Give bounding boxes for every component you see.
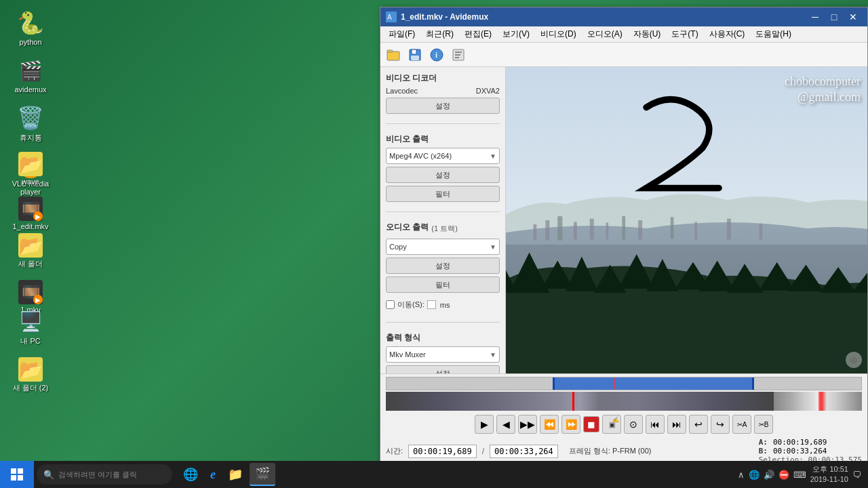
menu-video[interactable]: 비디오(D) bbox=[535, 27, 582, 41]
toolbar: i bbox=[380, 43, 867, 67]
toolbar-info[interactable]: i bbox=[427, 45, 447, 64]
delay-checkbox[interactable] bbox=[386, 300, 395, 309]
clock-time: 오후 10:51 bbox=[810, 464, 848, 474]
cut-b-btn[interactable]: ✂B bbox=[754, 415, 773, 434]
menu-view[interactable]: 보기(V) bbox=[497, 27, 535, 41]
svg-rect-24 bbox=[727, 219, 731, 240]
newfolder2-label: 새 폴더 (2) bbox=[13, 383, 49, 393]
go-to-start-btn[interactable]: ⏮ bbox=[646, 415, 665, 434]
start-button[interactable] bbox=[0, 461, 34, 488]
menu-auto[interactable]: 자동(U) bbox=[628, 27, 667, 41]
properties-icon bbox=[451, 47, 466, 62]
format-dropdown[interactable]: Mkv Muxer ▼ bbox=[386, 346, 500, 363]
svg-rect-6 bbox=[411, 56, 419, 60]
svg-text:i: i bbox=[435, 51, 437, 59]
audio-codec-dropdown[interactable]: Copy ▼ bbox=[386, 239, 500, 255]
time-separator: / bbox=[482, 447, 484, 456]
toolbar-save[interactable] bbox=[405, 45, 425, 64]
taskbar-search[interactable]: 🔍 검색하려면 여기를 클릭 bbox=[37, 464, 172, 485]
desktop-icon-wave[interactable]: 📂 wave bbox=[7, 149, 54, 188]
audio-settings-btn[interactable]: 설정 bbox=[386, 258, 500, 274]
step-fwd-btn[interactable]: ⏩ bbox=[561, 415, 580, 434]
menu-bar: 파일(F) 최근(R) 편집(E) 보기(V) 비디오(D) 오디오(A) 자동… bbox=[380, 26, 867, 43]
desktop-icon-mypc[interactable]: 🖥️ 내 PC bbox=[7, 305, 54, 349]
minimize-button[interactable]: ─ bbox=[806, 10, 824, 24]
output-format-section: 출력 형식 Mkv Muxer ▼ 설정 bbox=[386, 332, 500, 373]
video-codec-dropdown[interactable]: Mpeg4 AVC (x264) ▼ bbox=[386, 148, 500, 164]
wave-icon: 📂 bbox=[18, 152, 43, 176]
taskbar: 🔍 검색하려면 여기를 클릭 🌐 e 📁 🎬 ∧ 🌐 🔊 ⛔ ⌨ bbox=[0, 461, 868, 488]
timeline-handle-left[interactable] bbox=[553, 378, 555, 390]
timeline[interactable] bbox=[386, 377, 862, 390]
step-back-btn[interactable]: ⏪ bbox=[540, 415, 559, 434]
save-icon bbox=[408, 47, 422, 62]
video-output-section: 비디오 출력 Mpeg4 AVC (x264) ▼ 설정 필터 bbox=[386, 134, 500, 202]
menu-edit[interactable]: 편집(E) bbox=[459, 27, 497, 41]
tray-up-arrow[interactable]: ∧ bbox=[738, 470, 745, 480]
desktop-icon-python[interactable]: 🐍 python bbox=[7, 7, 54, 49]
go-to-a-btn[interactable]: ↩ bbox=[689, 415, 708, 434]
desktop-icon-1edit[interactable]: 🎞️ ▶ 1_edit.mkv bbox=[7, 194, 54, 233]
system-tray: ∧ 🌐 🔊 ⛔ ⌨ 오후 10:51 2019-11-10 🗨 bbox=[731, 464, 868, 485]
svg-rect-19 bbox=[606, 223, 609, 240]
desktop-icon-newfolder2[interactable]: 📂 새 폴더 (2) bbox=[7, 354, 54, 396]
b-time: 00:00:33,264 bbox=[773, 447, 827, 455]
recycle-label: 휴지통 bbox=[20, 133, 42, 143]
mark-in-btn[interactable]: ◼ bbox=[583, 416, 599, 432]
audio-filter-btn[interactable]: 필터 bbox=[386, 277, 500, 293]
taskbar-apps: 🌐 e 📁 🎬 bbox=[175, 463, 278, 486]
chrome-icon: 🌐 bbox=[183, 467, 198, 482]
menu-user[interactable]: 사용자(C) bbox=[704, 27, 751, 41]
desktop-icon-recycle[interactable]: 🗑️ 휴지통 bbox=[7, 102, 54, 146]
video-settings-btn[interactable]: 설정 bbox=[386, 167, 500, 183]
svg-rect-12 bbox=[455, 57, 459, 58]
svg-rect-17 bbox=[574, 222, 577, 239]
mark-out-btn[interactable]: ▣ ✍ bbox=[602, 415, 621, 434]
total-time: 00:00:33,264 bbox=[490, 445, 558, 458]
1edit-label: 1_edit.mkv bbox=[12, 222, 48, 230]
go-to-end-btn[interactable]: ⏭ bbox=[667, 415, 686, 434]
close-button[interactable]: ✕ bbox=[844, 10, 862, 24]
timeline-handle-right[interactable] bbox=[752, 378, 754, 390]
menu-audio[interactable]: 오디오(A) bbox=[582, 27, 628, 41]
play-btn[interactable]: ▶ bbox=[475, 415, 494, 434]
taskbar-chrome[interactable]: 🌐 bbox=[178, 463, 203, 486]
decoder-settings-btn[interactable]: 설정 bbox=[386, 98, 500, 114]
loop-btn[interactable]: ⊙ bbox=[624, 415, 643, 434]
menu-recent[interactable]: 최근(R) bbox=[420, 27, 459, 41]
delay-value[interactable] bbox=[427, 300, 436, 309]
tray-keyboard-icon: ⌨ bbox=[793, 470, 806, 480]
avidemux-taskbar-icon: 🎬 bbox=[255, 466, 270, 481]
app-title: 1_edit.mkv - Avidemux bbox=[401, 12, 488, 22]
zoom-icon[interactable]: ⊕ bbox=[846, 352, 862, 368]
python-label: python bbox=[19, 38, 41, 46]
prev-frame-btn[interactable]: ◀ bbox=[496, 415, 515, 434]
controls-row: ▶ ◀ ▶▶ ⏪ ⏩ ◼ ▣ ✍ ⊙ ⏮ ⏭ ↩ ↪ ✂A ✂B bbox=[380, 412, 867, 436]
codec-value: DXVA2 bbox=[476, 87, 500, 95]
open-icon bbox=[386, 47, 401, 62]
go-to-b-btn[interactable]: ↪ bbox=[711, 415, 730, 434]
desktop-icon-newfolder[interactable]: 📂 새 폴더 bbox=[7, 230, 54, 272]
toolbar-properties[interactable] bbox=[448, 45, 469, 64]
taskbar-avidemux[interactable]: 🎬 bbox=[250, 463, 275, 486]
taskbar-explorer[interactable]: 📁 bbox=[222, 463, 248, 486]
svg-rect-3 bbox=[387, 50, 393, 52]
cut-a-btn[interactable]: ✂A bbox=[732, 415, 751, 434]
maximize-button[interactable]: □ bbox=[825, 10, 843, 24]
tray-warning-icon: ⛔ bbox=[778, 470, 789, 480]
thumb-strip bbox=[386, 392, 862, 411]
next-frame-btn[interactable]: ▶▶ bbox=[518, 415, 537, 434]
notification-icon[interactable]: 🗨 bbox=[852, 470, 861, 480]
windows-icon bbox=[10, 468, 24, 481]
format-settings-btn[interactable]: 설정 bbox=[386, 365, 500, 373]
video-codec-arrow: ▼ bbox=[490, 152, 496, 160]
toolbar-open[interactable] bbox=[383, 45, 403, 64]
desktop-icon-avidemux[interactable]: 🎬 avidemux bbox=[7, 54, 54, 96]
menu-file[interactable]: 파일(F) bbox=[383, 27, 420, 41]
taskbar-clock: 오후 10:51 2019-11-10 bbox=[810, 464, 848, 485]
video-filter-btn[interactable]: 필터 bbox=[386, 186, 500, 202]
taskbar-ie[interactable]: e bbox=[205, 463, 221, 486]
menu-help[interactable]: 도움말(H) bbox=[750, 27, 797, 41]
menu-tools[interactable]: 도구(T) bbox=[666, 27, 703, 41]
svg-rect-25 bbox=[760, 224, 763, 240]
